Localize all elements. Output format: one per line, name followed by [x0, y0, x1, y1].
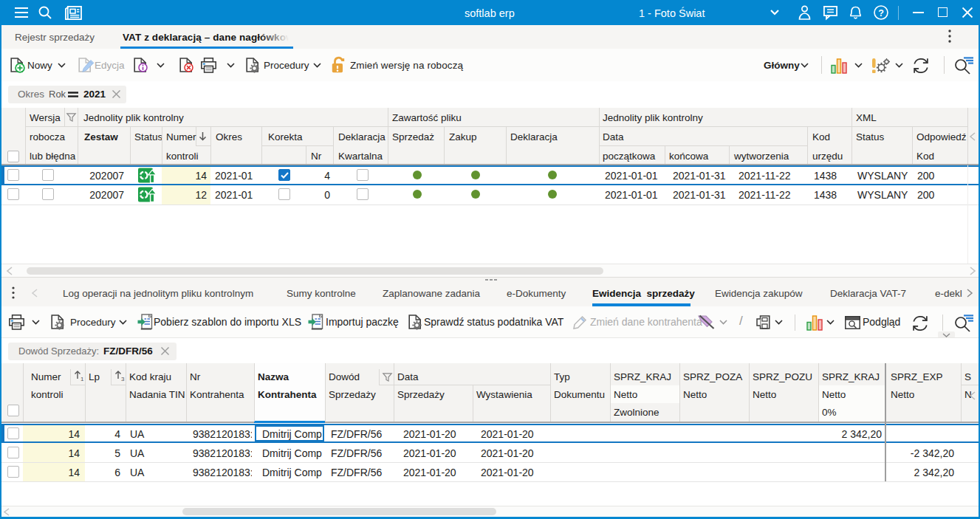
svg-text:3: 3 — [121, 376, 125, 382]
svg-text:?: ? — [878, 8, 884, 18]
svg-text:1: 1 — [80, 376, 84, 382]
